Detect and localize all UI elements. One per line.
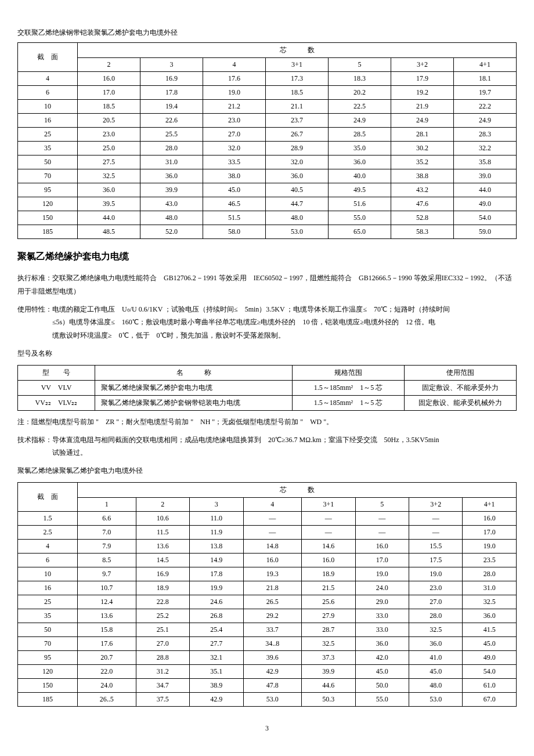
data-cell: 33.7	[243, 623, 302, 636]
data-cell: 40.5	[266, 183, 329, 197]
data-cell: 39.6	[243, 650, 302, 664]
data-cell: 61.0	[463, 678, 517, 692]
row-label: 6	[18, 553, 78, 567]
table-row: 18548.552.058.053.065.058.359.0	[18, 225, 517, 239]
table1-colgroup: 芯 数	[78, 43, 517, 58]
row-label: 10	[18, 100, 78, 114]
data-cell: 24.6	[190, 595, 243, 609]
table-row: VV₂₂ VLV₂₂聚氯乙烯绝缘聚氯乙烯护套钢带铠装电力电缆1.5～185mm²…	[18, 395, 517, 410]
data-cell: 18.1	[454, 72, 517, 86]
table-row: 5027.531.033.532.036.035.235.8	[18, 155, 517, 169]
data-cell: 19.0	[203, 86, 266, 100]
data-cell: 16.0	[243, 553, 302, 567]
row-label: 4	[18, 72, 78, 86]
table-row: VV VLV聚氯乙烯绝缘聚氯乙烯护套电力电缆1.5～185mm² 1～5 芯固定…	[18, 380, 517, 395]
table3: 截 面 芯 数 12343+153+24+1 1.56.610.611.0———…	[17, 482, 517, 707]
data-cell: 28.0	[409, 609, 463, 623]
data-cell: 13.6	[136, 539, 189, 553]
data-cell: 36.0	[355, 636, 409, 650]
data-cell: 22.5	[329, 100, 391, 114]
t2-h-type: 型 号	[18, 365, 95, 380]
data-cell: 17.0	[463, 525, 517, 539]
data-cell: 17.5	[409, 553, 463, 567]
col-header: 3+2	[409, 497, 463, 511]
data-cell: 27.0	[203, 128, 266, 142]
data-cell: 42.9	[243, 664, 302, 678]
section3-p2b: 试验通过。	[17, 446, 517, 460]
data-cell: 45.0	[409, 664, 463, 678]
data-cell: 17.0	[78, 86, 140, 100]
data-cell: 26.5	[243, 595, 302, 609]
data-cell: 28.8	[136, 650, 189, 664]
data-cell: 50.0	[355, 678, 409, 692]
data-cell: 20.5	[78, 114, 140, 128]
row-label: 10	[18, 567, 78, 581]
table-row: 2512.422.824.626.525.629.027.032.5	[18, 595, 517, 609]
data-cell: 49.0	[463, 650, 517, 664]
table-row: 7032.536.038.036.040.038.839.0	[18, 169, 517, 183]
table-row: 5015.825.125.433.728.733.032.541.5	[18, 623, 517, 636]
data-cell: 11.0	[190, 511, 243, 525]
spec-cell: 1.5～185mm² 1～5 芯	[293, 380, 405, 395]
name-cell: 聚氯乙烯绝缘聚氯乙烯护套钢带铠装电力电缆	[95, 395, 293, 410]
data-cell: 53.0	[243, 692, 302, 706]
page-number: 3	[17, 724, 517, 733]
data-cell: 19.9	[190, 581, 243, 595]
data-cell: 28.0	[140, 142, 203, 155]
data-cell: 39.9	[140, 183, 203, 197]
data-cell: 49.0	[454, 197, 517, 211]
row-label: 50	[18, 155, 78, 169]
data-cell: —	[355, 525, 409, 539]
data-cell: 39.5	[78, 197, 140, 211]
data-cell: 22.0	[78, 664, 136, 678]
data-cell: 27.0	[409, 595, 463, 609]
row-label: 95	[18, 183, 78, 197]
data-cell: 32.0	[203, 142, 266, 155]
data-cell: 34.7	[136, 678, 189, 692]
data-cell: 25.2	[136, 609, 189, 623]
data-cell: 16.0	[78, 72, 140, 86]
col-header: 5	[355, 497, 409, 511]
data-cell: 52.0	[140, 225, 203, 239]
data-cell: 67.0	[463, 692, 517, 706]
data-cell: 48.0	[140, 211, 203, 225]
data-cell: 45.0	[203, 183, 266, 197]
data-cell: 28.1	[391, 128, 454, 142]
row-label: 120	[18, 197, 78, 211]
table-row: 9520.728.832.139.637.342.041.049.0	[18, 650, 517, 664]
data-cell: 33.5	[203, 155, 266, 169]
data-cell: 31.0	[463, 581, 517, 595]
t2-h-spec: 规格范围	[293, 365, 405, 380]
data-cell: 51.6	[329, 197, 391, 211]
data-cell: 25.0	[78, 142, 140, 155]
data-cell: 44.7	[266, 197, 329, 211]
data-cell: 18.5	[78, 100, 140, 114]
row-label: 2.5	[18, 525, 78, 539]
data-cell: 47.8	[243, 678, 302, 692]
data-cell: 26..5	[78, 692, 136, 706]
data-cell: 58.0	[203, 225, 266, 239]
table-row: 47.913.613.814.814.616.015.519.0	[18, 539, 517, 553]
data-cell: 23.0	[409, 581, 463, 595]
t2-h-name: 名 称	[95, 365, 293, 380]
section3-p3: 聚氯乙烯绝缘聚氯乙烯护套电力电缆外径	[17, 464, 517, 478]
data-cell: 13.8	[190, 539, 243, 553]
data-cell: 19.7	[454, 86, 517, 100]
table-row: 2.57.011.511.9————17.0	[18, 525, 517, 539]
row-label: 95	[18, 650, 78, 664]
section2-p3: 型号及名称	[17, 347, 517, 360]
data-cell: 21.8	[243, 581, 302, 595]
data-cell: 31.0	[140, 155, 203, 169]
data-cell: 28.7	[302, 623, 355, 636]
data-cell: 65.0	[329, 225, 391, 239]
row-label: 6	[18, 86, 78, 100]
data-cell: 38.0	[203, 169, 266, 183]
row-label: 50	[18, 623, 78, 636]
data-cell: 36.0	[463, 609, 517, 623]
data-cell: 26.8	[190, 609, 243, 623]
data-cell: 18.3	[329, 72, 391, 86]
data-cell: 32.5	[463, 595, 517, 609]
data-cell: 35.0	[329, 142, 391, 155]
table-row: 15044.048.051.548.055.052.854.0	[18, 211, 517, 225]
data-cell: 14.6	[302, 539, 355, 553]
